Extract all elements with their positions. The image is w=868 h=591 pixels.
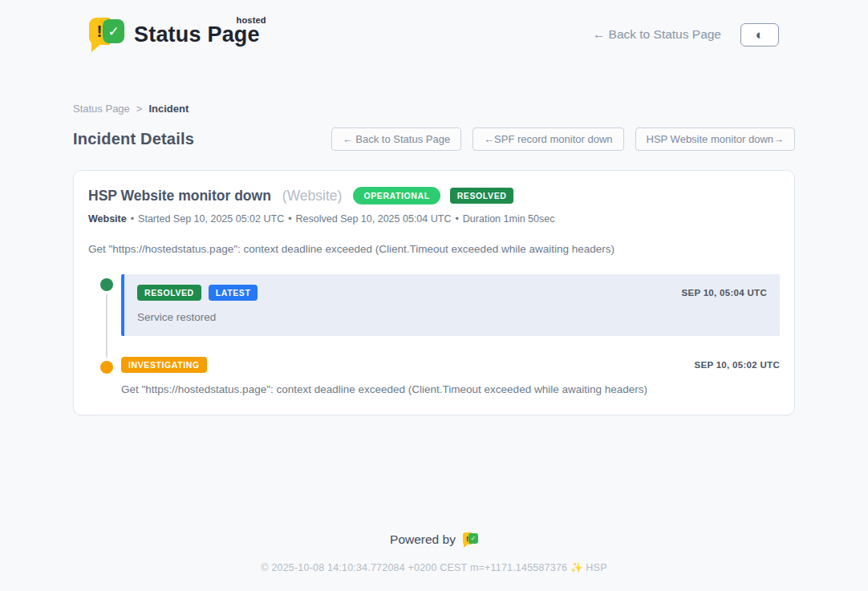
update-timestamp: SEP 10, 05:02 UTC — [694, 360, 780, 370]
meta-separator: • — [455, 213, 458, 225]
logo-check-icon: ✓ — [103, 19, 124, 43]
timeline-entry-body: INVESTIGATING SEP 10, 05:02 UTC Get "htt… — [121, 357, 780, 395]
meta-separator: • — [288, 213, 291, 225]
incident-nav-buttons: ← Back to Status Page ←SPF record monito… — [331, 128, 795, 151]
update-message: Service restored — [137, 311, 767, 323]
back-to-status-page-link[interactable]: ← Back to Status Page — [593, 27, 721, 42]
update-header: INVESTIGATING SEP 10, 05:02 UTC — [121, 357, 780, 373]
mini-logo-bubble-tail — [464, 544, 468, 548]
breadcrumb-incident: Incident — [148, 103, 189, 115]
incident-title-row: HSP Website monitor down (Website) OPERA… — [88, 187, 780, 204]
header-actions: ← Back to Status Page ◐ — [593, 23, 779, 47]
resolved-status-badge: RESOLVED — [137, 285, 201, 301]
incident-badges: OPERATIONAL RESOLVED — [353, 187, 513, 204]
powered-by: Powered by ! ✓ — [0, 532, 868, 548]
incident-timeline: RESOLVED LATEST SEP 10, 05:04 UTC Servic… — [88, 274, 780, 395]
update-badges: RESOLVED LATEST — [137, 285, 258, 301]
update-timestamp: SEP 10, 05:04 UTC — [681, 288, 767, 298]
incident-meta: Website • Started Sep 10, 2025 05:02 UTC… — [88, 213, 780, 225]
update-header: RESOLVED LATEST SEP 10, 05:04 UTC — [137, 285, 767, 301]
next-incident-button[interactable]: HSP Website monitor down→ — [635, 128, 795, 151]
breadcrumb: Status Page > Incident — [73, 103, 795, 115]
investigating-status-badge: INVESTIGATING — [121, 357, 207, 373]
logo-bubble-tail — [91, 43, 102, 52]
incident-description: Get "https://hostedstatus.page": context… — [88, 243, 780, 255]
breadcrumb-status-page[interactable]: Status Page — [73, 103, 130, 115]
incident-component: (Website) — [282, 188, 343, 204]
mini-logo-check-icon: ✓ — [468, 533, 478, 544]
back-to-status-page-button[interactable]: ← Back to Status Page — [331, 128, 461, 151]
copyright-text: © 2025-10-08 14:10:34.772084 +0200 CEST … — [0, 561, 868, 573]
logo-text: Status Page hosted — [134, 22, 260, 47]
timeline-dot-green — [100, 278, 113, 291]
title-row: Incident Details ← Back to Status Page ←… — [73, 128, 795, 151]
timeline-dot-orange — [100, 361, 113, 374]
update-message: Get "https://hostedstatus.page": context… — [121, 383, 780, 395]
meta-component: Website — [88, 213, 127, 225]
logo-hosted-label: hosted — [237, 15, 266, 25]
theme-toggle-button[interactable]: ◐ — [740, 23, 779, 47]
contrast-icon: ◐ — [756, 28, 764, 42]
meta-started: Started Sep 10, 2025 05:02 UTC — [138, 213, 284, 225]
timeline-entry-investigating: INVESTIGATING SEP 10, 05:02 UTC Get "htt… — [88, 357, 780, 395]
main-content: Status Page > Incident Incident Details … — [73, 103, 795, 415]
page-title: Incident Details — [73, 130, 194, 148]
meta-separator: • — [131, 213, 134, 225]
update-badges: INVESTIGATING — [121, 357, 207, 373]
meta-resolved: Resolved Sep 10, 2025 05:04 UTC — [296, 213, 452, 225]
status-page-mini-logo-icon[interactable]: ! ✓ — [463, 532, 478, 548]
logo[interactable]: ! ✓ Status Page hosted — [89, 16, 260, 53]
footer: Powered by ! ✓ © 2025-10-08 14:10:34.772… — [0, 532, 868, 591]
timeline-entry-resolved: RESOLVED LATEST SEP 10, 05:04 UTC Servic… — [88, 274, 780, 336]
resolved-badge: RESOLVED — [450, 188, 514, 204]
operational-badge: OPERATIONAL — [353, 187, 440, 204]
incident-card: HSP Website monitor down (Website) OPERA… — [73, 170, 795, 415]
status-page-logo-icon: ! ✓ — [89, 16, 124, 53]
latest-tag-badge: LATEST — [209, 285, 258, 301]
incident-title: HSP Website monitor down — [88, 188, 271, 204]
latest-update-box: RESOLVED LATEST SEP 10, 05:04 UTC Servic… — [121, 274, 780, 336]
header: ! ✓ Status Page hosted ← Back to Status … — [89, 11, 779, 58]
prev-incident-button[interactable]: ←SPF record monitor down — [473, 128, 623, 151]
timeline-entry-body: RESOLVED LATEST SEP 10, 05:04 UTC Servic… — [121, 274, 780, 336]
breadcrumb-separator: > — [136, 103, 143, 115]
meta-duration: Duration 1min 50sec — [463, 213, 555, 225]
powered-by-label: Powered by — [390, 532, 456, 547]
